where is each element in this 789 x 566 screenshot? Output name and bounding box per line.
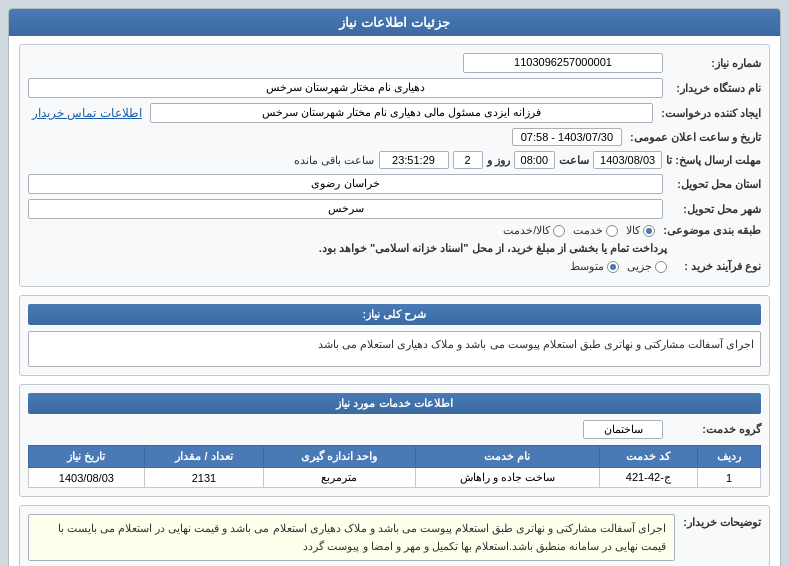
part-pay-row: پرداخت تمام یا بخشی از مبلغ خرید، از محل… (28, 242, 761, 255)
table-header-cell: واحد اندازه گیری (264, 446, 416, 468)
reply-row-group: 1403/08/03 ساعت 08:00 روز و 2 23:51:29 س… (28, 151, 662, 169)
category-khedmat-label: خدمت (573, 224, 603, 237)
category-row: طبقه بندی موضوعی: کالا خدمت (28, 224, 761, 237)
datetime-row: تاریخ و ساعت اعلان عمومی: 1403/07/30 - 0… (28, 128, 761, 146)
creator-label: ایجاد کننده درخواست: (661, 107, 761, 120)
remaining-label: ساعت باقی مانده (294, 154, 374, 167)
category-kala-khedmat-radio[interactable] (553, 225, 565, 237)
datetime-label: تاریخ و ساعت اعلان عمومی: (630, 131, 761, 144)
need-number-value: 1103096257000001 (463, 53, 663, 73)
delivery-province-row: استان محل تحویل: خراسان رضوی (28, 174, 761, 194)
page-title: جزئیات اطلاعات نیاز (9, 9, 780, 36)
buyer-name-row: نام دستگاه خریدار: دهیاری نام مختار شهرس… (28, 78, 761, 98)
process-jozi-radio[interactable] (655, 261, 667, 273)
category-kala-radio[interactable] (643, 225, 655, 237)
services-section-title: اطلاعات خدمات مورد نیاز (28, 393, 761, 414)
process-motaset[interactable]: متوسط (570, 260, 619, 273)
process-row: نوع فرآیند خرید : جزیی متوسط (28, 260, 761, 273)
desc-section-title: شرح کلی نیاز: (28, 304, 761, 325)
delivery-city-value: سرخس (28, 199, 663, 219)
delivery-province-value: خراسان رضوی (28, 174, 663, 194)
reply-days: 2 (453, 151, 483, 169)
category-kala-label: کالا (626, 224, 640, 237)
process-label: نوع فرآیند خرید : (671, 260, 761, 273)
process-jozi-label: جزیی (627, 260, 652, 273)
need-number-row: شماره نیاز: 1103096257000001 (28, 53, 761, 73)
buyer-name-label: نام دستگاه خریدار: (671, 82, 761, 95)
category-kala[interactable]: کالا (626, 224, 655, 237)
delivery-province-label: استان محل تحویل: (671, 178, 761, 191)
category-kala-khedmat[interactable]: کالا/خدمت (503, 224, 565, 237)
notes-section: توضیحات خریدار: اجرای آسفالت مشارکتی و ن… (19, 505, 770, 566)
table-header-cell: نام خدمت (415, 446, 599, 468)
creator-value: فرزانه ایزدی مسئول مالی دهیاری نام مختار… (150, 103, 654, 123)
table-cell: 1403/08/03 (29, 468, 145, 488)
table-header-cell: تعداد / مقدار (144, 446, 263, 468)
contact-link[interactable]: اطلاعات تماس خریدار (28, 104, 146, 122)
category-khedmat[interactable]: خدمت (573, 224, 618, 237)
reply-date: 1403/08/03 (593, 151, 662, 169)
notes-text: اجرای آسفالت مشارکتی و نهاتری طبق استعلا… (28, 514, 675, 561)
group-value: ساختمان (583, 420, 663, 439)
group-label: گروه خدمت: (671, 423, 761, 436)
buyer-name-value: دهیاری نام مختار شهرستان سرخس (28, 78, 663, 98)
table-cell: 2131 (144, 468, 263, 488)
delivery-city-row: شهر محل تحویل: سرخس (28, 199, 761, 219)
table-cell: ساخت جاده و راهاش (415, 468, 599, 488)
category-label: طبقه بندی موضوعی: (663, 224, 761, 237)
table-header-cell: کد خدمت (599, 446, 698, 468)
info-section: شماره نیاز: 1103096257000001 نام دستگاه … (19, 44, 770, 287)
reply-deadline-row: مهلت ارسال پاسخ: تا 1403/08/03 ساعت 08:0… (28, 151, 761, 169)
table-header-cell: تاریخ نیاز (29, 446, 145, 468)
reply-deadline-label: مهلت ارسال پاسخ: تا (666, 154, 761, 167)
category-radio-group: کالا خدمت کالا/خدمت (503, 224, 655, 237)
description-section: شرح کلی نیاز: اجرای آسفالت مشارکتی و نها… (19, 295, 770, 376)
process-motaset-radio[interactable] (607, 261, 619, 273)
services-table: ردیفکد خدمتنام خدمتواحد اندازه گیریتعداد… (28, 445, 761, 488)
desc-text: اجرای آسفالت مشارکتی و نهاتری طبق استعلا… (28, 331, 761, 367)
table-cell: مترمربع (264, 468, 416, 488)
table-cell: ج-42-421 (599, 468, 698, 488)
process-radio-group: جزیی متوسط (570, 260, 667, 273)
datetime-value: 1403/07/30 - 07:58 (512, 128, 622, 146)
services-section: اطلاعات خدمات مورد نیاز گروه خدمت: ساختم… (19, 384, 770, 497)
category-khedmat-radio[interactable] (606, 225, 618, 237)
group-row: گروه خدمت: ساختمان (28, 420, 761, 439)
reply-time: 08:00 (514, 151, 556, 169)
time-label: ساعت (559, 154, 589, 167)
day-label: روز و (487, 154, 510, 167)
table-header-row: ردیفکد خدمتنام خدمتواحد اندازه گیریتعداد… (29, 446, 761, 468)
part-pay-note: پرداخت تمام یا بخشی از مبلغ خرید، از محل… (28, 242, 667, 255)
table-row: 1ج-42-421ساخت جاده و راهاشمترمربع2131140… (29, 468, 761, 488)
reply-remaining: 23:51:29 (379, 151, 449, 169)
category-kala-khedmat-label: کالا/خدمت (503, 224, 550, 237)
creator-group: فرزانه ایزدی مسئول مالی دهیاری نام مختار… (28, 103, 653, 123)
process-jozi[interactable]: جزیی (627, 260, 667, 273)
table-cell: 1 (698, 468, 761, 488)
process-motaset-label: متوسط (570, 260, 604, 273)
creator-row: ایجاد کننده درخواست: فرزانه ایزدی مسئول … (28, 103, 761, 123)
delivery-city-label: شهر محل تحویل: (671, 203, 761, 216)
table-header-cell: ردیف (698, 446, 761, 468)
notes-label: توضیحات خریدار: (683, 514, 761, 529)
need-number-label: شماره نیاز: (671, 57, 761, 70)
